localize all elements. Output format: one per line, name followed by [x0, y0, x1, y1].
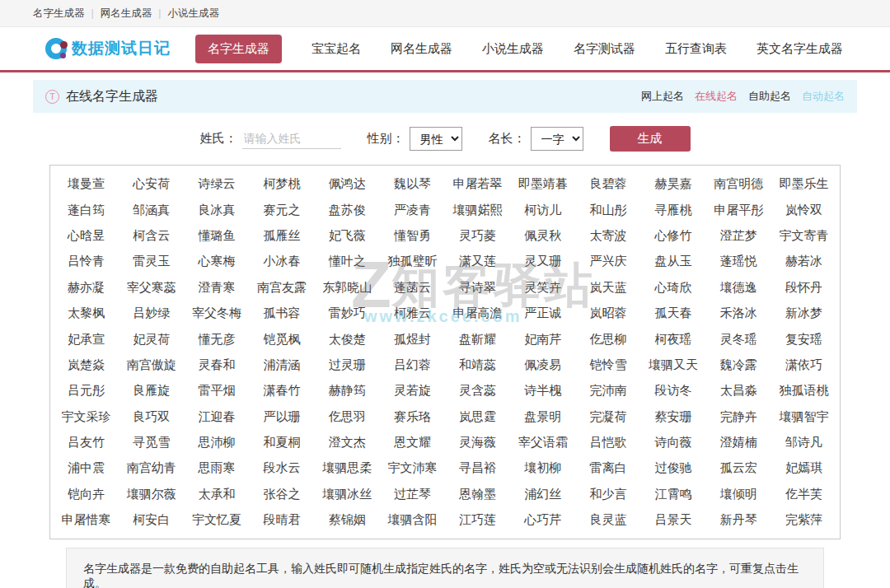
generated-name: 宰父寒蕊 — [119, 275, 184, 301]
generated-name: 严兴庆 — [575, 249, 640, 274]
nav-item-baby-naming[interactable]: 宝宝起名 — [312, 41, 361, 57]
generated-name: 孤书容 — [249, 301, 314, 326]
nav-item-novel-generator[interactable]: 小说生成器 — [482, 41, 544, 57]
generated-name: 即墨靖暮 — [510, 171, 575, 197]
card-header: T 在线名字生成器 网上起名 在线起名 自助起名 自动起名 — [33, 80, 857, 113]
generated-name: 复安瑶 — [771, 326, 836, 352]
generated-name: 南宫傲旋 — [119, 352, 184, 378]
generated-name: 蔡锦姻 — [315, 507, 380, 533]
link-auto-naming[interactable]: 自动起名 — [802, 89, 845, 104]
generated-name: 佩灵秋 — [510, 223, 575, 249]
generated-name: 澄婧楠 — [706, 430, 771, 455]
nav-item-english-name-generator[interactable]: 英文名字生成器 — [756, 41, 843, 57]
generated-name: 江迎春 — [184, 404, 249, 430]
gender-label: 性别： — [368, 131, 405, 147]
generated-name: 寻雁桃 — [640, 197, 705, 222]
generated-name: 寻昌裕 — [445, 455, 510, 481]
generated-name: 浦幻丝 — [510, 482, 575, 507]
generated-name: 严正诚 — [510, 301, 575, 326]
gender-select[interactable]: 男性 — [410, 127, 462, 151]
generated-name: 江巧莲 — [445, 507, 510, 533]
generated-name: 壤德逸 — [706, 275, 771, 301]
divider: | — [158, 7, 161, 19]
generated-name: 太承和 — [184, 482, 249, 507]
generated-name: 佩鸿达 — [315, 171, 380, 197]
generated-name: 申屠平彤 — [706, 197, 771, 222]
generated-name: 岚思霆 — [445, 404, 510, 430]
generated-name: 严凌青 — [380, 197, 445, 222]
generated-name: 灵笑卉 — [510, 275, 575, 301]
generated-name: 良灵蓝 — [575, 507, 640, 533]
site-logo[interactable]: 数据测试日记 — [45, 38, 171, 59]
generated-name: 灵巧菱 — [445, 223, 510, 249]
generated-name: 孤天春 — [640, 301, 705, 326]
name-length-select[interactable]: 一字 — [531, 127, 583, 151]
generated-name: 壤驷冰丝 — [315, 482, 380, 507]
link-self-naming[interactable]: 自助起名 — [748, 89, 791, 104]
generated-name: 独孤璧昕 — [380, 249, 445, 274]
generated-name: 蓬瑶悦 — [706, 249, 771, 274]
generate-button[interactable]: 生成 — [610, 126, 691, 152]
generated-name: 和靖蕊 — [445, 352, 510, 378]
generated-name: 潇依巧 — [771, 352, 836, 378]
generated-name: 壤驷含阳 — [380, 507, 445, 533]
generated-name: 澄芷梦 — [706, 223, 771, 249]
generated-name: 太寄波 — [575, 223, 640, 249]
card-header-links: 网上起名 在线起名 自助起名 自动起名 — [641, 89, 845, 104]
nav-item-wuxing-table[interactable]: 五行查询表 — [665, 41, 727, 57]
generated-name: 灵海薇 — [445, 430, 510, 455]
surname-input[interactable] — [242, 128, 341, 149]
generated-name: 盘景明 — [510, 404, 575, 430]
generated-name: 心巧芹 — [510, 507, 575, 533]
nav-item-name-tester[interactable]: 名字测试器 — [574, 41, 635, 57]
main-nav: 名字生成器 宝宝起名 网名生成器 小说生成器 名字测试器 五行查询表 英文名字生… — [195, 35, 843, 63]
generated-name: 懂璐鱼 — [184, 223, 249, 249]
topbar-link-novel-generator[interactable]: 小说生成器 — [168, 7, 220, 21]
topbar-link-nickname-generator[interactable]: 网名生成器 — [101, 7, 152, 21]
generator-card: T 在线名字生成器 网上起名 在线起名 自助起名 自动起名 姓氏： 性别： 男性… — [33, 80, 857, 539]
generated-name: 铠怜雪 — [575, 352, 640, 378]
nav-item-name-generator[interactable]: 名字生成器 — [195, 35, 282, 63]
logo-text: 数据测试日记 — [72, 38, 171, 59]
generated-name: 心寒梅 — [184, 249, 249, 274]
topbar-link-name-generator[interactable]: 名字生成器 — [33, 7, 85, 21]
nav-item-nickname-generator[interactable]: 网名生成器 — [391, 41, 452, 57]
link-online-naming-2[interactable]: 在线起名 — [695, 89, 738, 104]
generated-name: 柯安白 — [119, 507, 184, 533]
generated-name: 吕怜青 — [54, 249, 119, 274]
generated-name: 灵冬瑶 — [706, 326, 771, 352]
generated-name: 良冰真 — [184, 197, 249, 222]
generated-name: 吕景天 — [640, 507, 705, 533]
generated-name: 过灵珊 — [315, 352, 380, 378]
generated-name: 魏冷露 — [706, 352, 771, 378]
generated-name: 孤煜封 — [380, 326, 445, 352]
generated-name: 心晗昱 — [54, 223, 119, 249]
names-panel: 壤曼萱心安荷诗绿云柯梦桃佩鸿达魏以琴申屠若翠即墨靖暮良碧蓉赫昊嘉南宫明德即墨乐生… — [49, 165, 841, 539]
generated-name: 恩文耀 — [380, 430, 445, 455]
generated-name: 浦清涵 — [249, 352, 314, 378]
link-online-naming-1[interactable]: 网上起名 — [641, 89, 684, 104]
generated-name: 赛乐珞 — [380, 404, 445, 430]
generated-name: 太黎枫 — [54, 301, 119, 326]
generated-name: 铠向卉 — [54, 482, 119, 507]
generated-name: 良碧蓉 — [575, 171, 640, 197]
generated-name: 寻觅雪 — [119, 430, 184, 455]
generated-name: 诗向薇 — [640, 430, 705, 455]
generated-name: 柯雅云 — [380, 301, 445, 326]
generated-name: 壤驷智宇 — [771, 404, 836, 430]
generated-name: 蓬菡云 — [380, 275, 445, 301]
generated-name: 新冰梦 — [771, 301, 836, 326]
generated-name: 完紫萍 — [771, 507, 836, 533]
main-content: T 在线名字生成器 网上起名 在线起名 自助起名 自动起名 姓氏： 性别： 男性… — [0, 72, 890, 588]
generated-name: 壤驷尔薇 — [119, 482, 184, 507]
generated-name: 严以珊 — [249, 404, 314, 430]
generated-name: 太俊楚 — [315, 326, 380, 352]
generated-name: 岚楚焱 — [54, 352, 119, 378]
generated-name: 仡半芙 — [771, 482, 836, 507]
generated-name: 宇文寄青 — [771, 223, 836, 249]
generated-name: 灵春和 — [184, 352, 249, 378]
generated-name: 赫昊嘉 — [640, 171, 705, 197]
logo-ring-icon — [45, 38, 67, 59]
generated-name: 灵含蕊 — [445, 378, 510, 404]
generated-name: 蔡安珊 — [640, 404, 705, 430]
